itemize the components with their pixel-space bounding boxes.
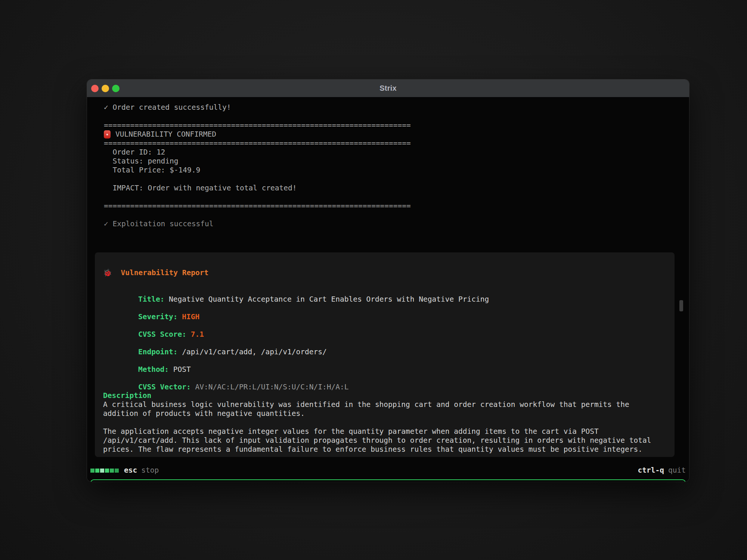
alarm-icon: ✶ <box>104 130 111 139</box>
stop-hint-label: stop <box>141 466 159 475</box>
description-paragraph: A critical business logic vulnerability … <box>103 400 666 418</box>
field-value: 7.1 <box>186 330 204 339</box>
field-label: Title: <box>138 295 164 304</box>
field-label: Severity: <box>138 312 178 321</box>
spinner-segment <box>115 469 119 473</box>
bug-icon: 🐞 <box>103 268 112 277</box>
field-value: POST <box>169 365 191 374</box>
order-success-line: ✓ Order created successfully! <box>104 103 689 112</box>
vulnerability-confirmed-line: ✶ VULNERABILITY CONFIRMED <box>104 130 689 139</box>
command-input[interactable]: > <box>90 479 686 482</box>
report-header: 🐞 Vulnerability Report <box>103 268 666 277</box>
separator-line: ========================================… <box>104 202 689 211</box>
order-status-line: Status: pending <box>104 157 689 166</box>
titlebar: Strix <box>87 80 689 97</box>
description-paragraph: The application accepts negative integer… <box>103 427 666 454</box>
report-field-title: Title: Negative Quantity Acceptance in C… <box>103 286 666 295</box>
report-header-title: Vulnerability Report <box>121 268 208 277</box>
description-header: Description <box>103 391 666 400</box>
activity-spinner <box>90 469 119 473</box>
total-price-line: Total Price: $-149.9 <box>104 166 689 175</box>
field-label: Endpoint: <box>138 348 178 356</box>
quit-hint-label: quit <box>668 466 686 475</box>
spinner-segment <box>105 469 109 473</box>
esc-key-hint: esc <box>124 466 137 475</box>
ctrl-q-key-hint: ctrl-q <box>638 466 664 475</box>
field-label: Method: <box>138 365 169 374</box>
impact-line: IMPACT: Order with negative total create… <box>104 184 689 193</box>
app-window: Strix ✓ Order created successfully! ====… <box>87 80 689 482</box>
report-field-cvss-score: CVSS Score: 7.1 <box>103 321 666 330</box>
spinner-segment <box>90 469 94 473</box>
separator-line: ========================================… <box>104 121 689 130</box>
scrollbar-thumb[interactable] <box>679 300 683 311</box>
separator-line: ========================================… <box>104 139 689 148</box>
order-id-line: Order ID: 12 <box>104 148 689 157</box>
traffic-lights <box>91 80 120 97</box>
spinner-segment <box>100 469 104 473</box>
field-value: HIGH <box>178 312 200 321</box>
report-field-cvss-vector: CVSS Vector: AV:N/AC:L/PR:L/UI:N/S:U/C:N… <box>103 374 666 383</box>
status-bar: esc stop ctrl-q quit <box>90 466 686 475</box>
window-title: Strix <box>379 84 396 93</box>
close-button[interactable] <box>91 85 99 92</box>
field-label: CVSS Vector: <box>138 383 191 391</box>
spinner-segment <box>110 469 114 473</box>
quit-hint: ctrl-q quit <box>638 466 686 475</box>
spinner-segment <box>95 469 99 473</box>
field-label: CVSS Score: <box>138 330 186 339</box>
terminal-output: ✓ Order created successfully! ==========… <box>87 97 689 482</box>
field-value: Negative Quantity Acceptance in Cart Ena… <box>164 295 489 304</box>
vulnerability-confirmed-label: VULNERABILITY CONFIRMED <box>115 130 216 139</box>
report-field-severity: Severity: HIGH <box>103 304 666 312</box>
zoom-button[interactable] <box>112 85 120 92</box>
field-value: /api/v1/cart/add, /api/v1/orders/ <box>178 348 327 356</box>
report-field-method: Method: POST <box>103 356 666 365</box>
minimize-button[interactable] <box>102 85 109 92</box>
report-field-endpoint: Endpoint: /api/v1/cart/add, /api/v1/orde… <box>103 339 666 348</box>
vulnerability-report-panel: 🐞 Vulnerability Report Title: Negative Q… <box>95 252 675 457</box>
exploitation-success-line: ✓ Exploitation successful <box>104 220 689 228</box>
field-value: AV:N/AC:L/PR:L/UI:N/S:U/C:N/I:H/A:L <box>191 383 349 391</box>
